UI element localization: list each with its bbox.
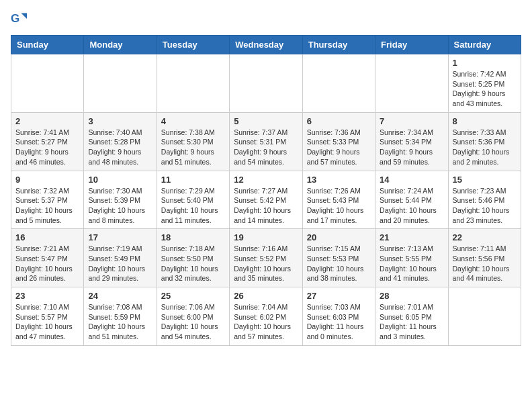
day-cell: 18Sunrise: 7:18 AM Sunset: 5:50 PM Dayli… — [157, 229, 229, 287]
day-info: Sunrise: 7:15 AM Sunset: 5:53 PM Dayligh… — [307, 244, 371, 283]
day-info: Sunrise: 7:41 AM Sunset: 5:27 PM Dayligh… — [15, 128, 79, 167]
day-number: 10 — [88, 175, 152, 185]
day-info: Sunrise: 7:27 AM Sunset: 5:42 PM Dayligh… — [234, 186, 298, 226]
day-number: 3 — [88, 116, 152, 126]
day-cell: 17Sunrise: 7:19 AM Sunset: 5:49 PM Dayli… — [84, 229, 157, 287]
day-info: Sunrise: 7:38 AM Sunset: 5:30 PM Dayligh… — [161, 128, 225, 167]
day-number: 17 — [88, 232, 152, 242]
week-row-1: 1Sunrise: 7:42 AM Sunset: 5:25 PM Daylig… — [11, 54, 521, 113]
day-cell: 20Sunrise: 7:15 AM Sunset: 5:53 PM Dayli… — [302, 229, 375, 287]
day-number: 8 — [453, 116, 517, 126]
day-info: Sunrise: 7:40 AM Sunset: 5:28 PM Dayligh… — [88, 128, 152, 167]
day-cell: 23Sunrise: 7:10 AM Sunset: 5:57 PM Dayli… — [11, 287, 84, 346]
day-number: 1 — [453, 58, 517, 68]
day-cell: 22Sunrise: 7:11 AM Sunset: 5:56 PM Dayli… — [448, 229, 521, 287]
day-number: 18 — [161, 232, 225, 242]
day-cell: 4Sunrise: 7:38 AM Sunset: 5:30 PM Daylig… — [157, 112, 229, 171]
day-number: 14 — [380, 175, 443, 185]
day-cell: 12Sunrise: 7:27 AM Sunset: 5:42 PM Dayli… — [230, 171, 302, 229]
day-info: Sunrise: 7:24 AM Sunset: 5:44 PM Dayligh… — [380, 186, 443, 226]
day-info: Sunrise: 7:06 AM Sunset: 6:00 PM Dayligh… — [161, 302, 225, 342]
day-info: Sunrise: 7:21 AM Sunset: 5:47 PM Dayligh… — [15, 244, 79, 283]
day-info: Sunrise: 7:29 AM Sunset: 5:40 PM Dayligh… — [161, 186, 225, 226]
day-cell: 3Sunrise: 7:40 AM Sunset: 5:28 PM Daylig… — [84, 112, 157, 171]
day-cell: 15Sunrise: 7:23 AM Sunset: 5:46 PM Dayli… — [448, 171, 521, 229]
day-cell: 19Sunrise: 7:16 AM Sunset: 5:52 PM Dayli… — [230, 229, 302, 287]
day-number: 11 — [161, 175, 225, 185]
day-cell — [230, 54, 302, 113]
day-number: 19 — [234, 232, 298, 242]
day-info: Sunrise: 7:08 AM Sunset: 5:59 PM Dayligh… — [88, 302, 152, 342]
day-info: Sunrise: 7:33 AM Sunset: 5:36 PM Dayligh… — [453, 128, 517, 167]
day-number: 12 — [234, 175, 298, 185]
weekday-header-thursday: Thursday — [302, 36, 375, 54]
day-cell: 8Sunrise: 7:33 AM Sunset: 5:36 PM Daylig… — [448, 112, 521, 171]
day-info: Sunrise: 7:03 AM Sunset: 6:03 PM Dayligh… — [307, 302, 371, 342]
day-cell: 21Sunrise: 7:13 AM Sunset: 5:55 PM Dayli… — [375, 229, 448, 287]
weekday-header-row: SundayMondayTuesdayWednesdayThursdayFrid… — [11, 36, 521, 54]
day-info: Sunrise: 7:13 AM Sunset: 5:55 PM Dayligh… — [380, 244, 443, 283]
day-cell: 27Sunrise: 7:03 AM Sunset: 6:03 PM Dayli… — [302, 287, 375, 346]
day-cell — [375, 54, 448, 113]
logo: G — [11, 11, 30, 27]
day-number: 20 — [307, 232, 371, 242]
day-number: 2 — [15, 116, 79, 126]
day-number: 16 — [15, 232, 79, 242]
day-cell: 24Sunrise: 7:08 AM Sunset: 5:59 PM Dayli… — [84, 287, 157, 346]
week-row-5: 23Sunrise: 7:10 AM Sunset: 5:57 PM Dayli… — [11, 287, 521, 346]
day-info: Sunrise: 7:32 AM Sunset: 5:37 PM Dayligh… — [15, 186, 79, 226]
day-cell — [157, 54, 229, 113]
calendar-table: SundayMondayTuesdayWednesdayThursdayFrid… — [11, 35, 521, 346]
day-info: Sunrise: 7:01 AM Sunset: 6:05 PM Dayligh… — [380, 302, 443, 342]
day-info: Sunrise: 7:11 AM Sunset: 5:56 PM Dayligh… — [453, 244, 517, 283]
logo-icon: G — [11, 11, 27, 27]
weekday-header-friday: Friday — [375, 36, 448, 54]
day-number: 23 — [15, 291, 79, 301]
day-number: 6 — [307, 116, 371, 126]
day-cell — [11, 54, 84, 113]
day-cell: 16Sunrise: 7:21 AM Sunset: 5:47 PM Dayli… — [11, 229, 84, 287]
day-cell: 6Sunrise: 7:36 AM Sunset: 5:33 PM Daylig… — [302, 112, 375, 171]
day-cell: 28Sunrise: 7:01 AM Sunset: 6:05 PM Dayli… — [375, 287, 448, 346]
day-cell: 26Sunrise: 7:04 AM Sunset: 6:02 PM Dayli… — [230, 287, 302, 346]
day-info: Sunrise: 7:23 AM Sunset: 5:46 PM Dayligh… — [453, 186, 517, 226]
day-number: 13 — [307, 175, 371, 185]
day-number: 9 — [15, 175, 79, 185]
day-number: 24 — [88, 291, 152, 301]
day-number: 5 — [234, 116, 298, 126]
weekday-header-sunday: Sunday — [11, 36, 84, 54]
day-number: 25 — [161, 291, 225, 301]
day-cell: 13Sunrise: 7:26 AM Sunset: 5:43 PM Dayli… — [302, 171, 375, 229]
day-info: Sunrise: 7:37 AM Sunset: 5:31 PM Dayligh… — [234, 128, 298, 167]
day-cell — [84, 54, 157, 113]
day-info: Sunrise: 7:18 AM Sunset: 5:50 PM Dayligh… — [161, 244, 225, 283]
week-row-4: 16Sunrise: 7:21 AM Sunset: 5:47 PM Dayli… — [11, 229, 521, 287]
day-cell: 25Sunrise: 7:06 AM Sunset: 6:00 PM Dayli… — [157, 287, 229, 346]
day-info: Sunrise: 7:10 AM Sunset: 5:57 PM Dayligh… — [15, 302, 79, 342]
day-cell: 1Sunrise: 7:42 AM Sunset: 5:25 PM Daylig… — [448, 54, 521, 113]
week-row-3: 9Sunrise: 7:32 AM Sunset: 5:37 PM Daylig… — [11, 171, 521, 229]
day-info: Sunrise: 7:30 AM Sunset: 5:39 PM Dayligh… — [88, 186, 152, 226]
svg-text:G: G — [11, 11, 19, 25]
day-cell: 2Sunrise: 7:41 AM Sunset: 5:27 PM Daylig… — [11, 112, 84, 171]
day-number: 22 — [453, 232, 517, 242]
day-number: 26 — [234, 291, 298, 301]
day-info: Sunrise: 7:04 AM Sunset: 6:02 PM Dayligh… — [234, 302, 298, 342]
weekday-header-wednesday: Wednesday — [230, 36, 302, 54]
day-cell — [302, 54, 375, 113]
day-cell: 10Sunrise: 7:30 AM Sunset: 5:39 PM Dayli… — [84, 171, 157, 229]
weekday-header-monday: Monday — [84, 36, 157, 54]
day-cell: 7Sunrise: 7:34 AM Sunset: 5:34 PM Daylig… — [375, 112, 448, 171]
weekday-header-tuesday: Tuesday — [157, 36, 229, 54]
day-cell: 11Sunrise: 7:29 AM Sunset: 5:40 PM Dayli… — [157, 171, 229, 229]
day-info: Sunrise: 7:42 AM Sunset: 5:25 PM Dayligh… — [453, 69, 517, 109]
day-info: Sunrise: 7:36 AM Sunset: 5:33 PM Dayligh… — [307, 128, 371, 167]
day-number: 7 — [380, 116, 443, 126]
day-number: 4 — [161, 116, 225, 126]
weekday-header-saturday: Saturday — [448, 36, 521, 54]
day-number: 27 — [307, 291, 371, 301]
day-number: 28 — [380, 291, 443, 301]
svg-marker-1 — [21, 13, 27, 19]
day-number: 21 — [380, 232, 443, 242]
day-info: Sunrise: 7:34 AM Sunset: 5:34 PM Dayligh… — [380, 128, 443, 167]
